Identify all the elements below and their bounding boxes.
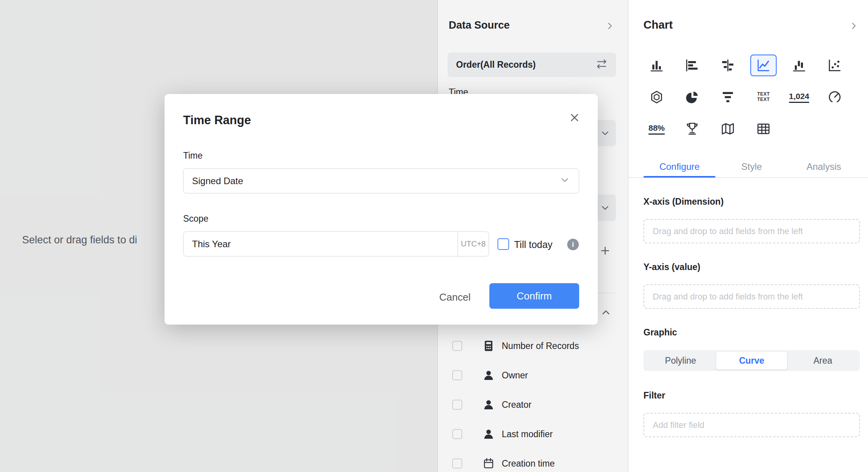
chart-panel-expand-button[interactable] [849, 21, 858, 32]
y-axis-label: Y-axis (value) [643, 262, 700, 272]
chart-type-waterfall-icon[interactable] [786, 55, 812, 76]
chart-panel: Chart TEXTTEXT 1,024 88% Configure [628, 0, 868, 472]
time-select-value: Signed Date [192, 176, 243, 186]
chart-type-column-icon[interactable] [643, 55, 670, 76]
chart-type-bar-icon[interactable] [679, 55, 705, 76]
active-tab-underline [643, 176, 715, 178]
tab-analysis[interactable]: Analysis [788, 158, 860, 176]
chart-type-gauge-icon[interactable] [822, 86, 848, 108]
chart-type-line-icon[interactable] [750, 55, 777, 76]
time-range-modal: Time Range Time Signed Date Scope This Y… [165, 94, 598, 325]
filter-dropzone[interactable]: Add filter field [643, 413, 860, 437]
scope-input-group[interactable]: This Year UTC+8 [183, 231, 489, 257]
confirm-button[interactable]: Confirm [489, 283, 579, 309]
x-axis-label: X-axis (Dimension) [643, 197, 724, 207]
chevron-down-icon [559, 174, 570, 188]
chart-type-ranking-icon[interactable] [679, 118, 705, 140]
filter-placeholder: Add filter field [653, 420, 704, 430]
y-axis-placeholder: Drag and drop to add fields from the lef… [653, 292, 803, 302]
chart-panel-title: Chart [643, 19, 673, 31]
text-card-line: TEXT [757, 97, 770, 103]
modal-title: Time Range [183, 113, 251, 127]
scope-field-label: Scope [183, 214, 208, 224]
graphic-option-area[interactable]: Area [787, 352, 858, 369]
graphic-option-polyline[interactable]: Polyline [645, 352, 716, 369]
info-icon[interactable]: i [567, 239, 579, 250]
time-field-label: Time [183, 150, 202, 161]
y-axis-dropzone[interactable]: Drag and drop to add fields from the lef… [643, 284, 860, 309]
chevron-right-icon [849, 25, 858, 32]
chart-type-grid: TEXTTEXT 1,024 88% [643, 55, 848, 140]
tab-configure[interactable]: Configure [643, 158, 715, 176]
timezone-badge: UTC+8 [458, 232, 489, 256]
chart-type-funnel-icon[interactable] [715, 86, 741, 108]
chart-type-number-icon[interactable]: 1,024 [786, 86, 812, 108]
chart-type-text-icon[interactable]: TEXTTEXT [750, 86, 777, 108]
filter-label: Filter [643, 390, 665, 401]
cancel-button[interactable]: Cancel [432, 291, 478, 303]
tab-style[interactable]: Style [715, 158, 787, 176]
chart-type-table-icon[interactable] [750, 118, 777, 140]
scope-input-value[interactable]: This Year [184, 239, 458, 250]
chart-type-pie-icon[interactable] [679, 86, 705, 108]
chart-type-bidirectional-bar-icon[interactable] [715, 55, 741, 76]
close-icon [568, 118, 581, 125]
chart-type-percent-icon[interactable]: 88% [643, 118, 670, 140]
x-axis-placeholder: Drag and drop to add fields from the lef… [653, 226, 803, 236]
chart-type-scatter-icon[interactable] [822, 55, 848, 76]
till-today-label: Till today [514, 239, 552, 250]
till-today-checkbox[interactable] [497, 238, 509, 250]
graphic-option-curve[interactable]: Curve [716, 352, 787, 369]
chart-type-map-icon[interactable] [715, 118, 741, 140]
chart-type-radar-icon[interactable] [643, 86, 670, 108]
text-card-line: TEXT [757, 92, 770, 97]
graphic-label: Graphic [643, 327, 677, 338]
close-button[interactable] [568, 111, 581, 125]
x-axis-dropzone[interactable]: Drag and drop to add fields from the lef… [643, 219, 860, 243]
graphic-segmented-control: Polyline Curve Area [643, 350, 860, 371]
time-select[interactable]: Signed Date [183, 168, 579, 193]
app-root: Select or drag fields to di Data Source … [0, 0, 868, 472]
config-tabs: Configure Style Analysis [643, 158, 860, 176]
